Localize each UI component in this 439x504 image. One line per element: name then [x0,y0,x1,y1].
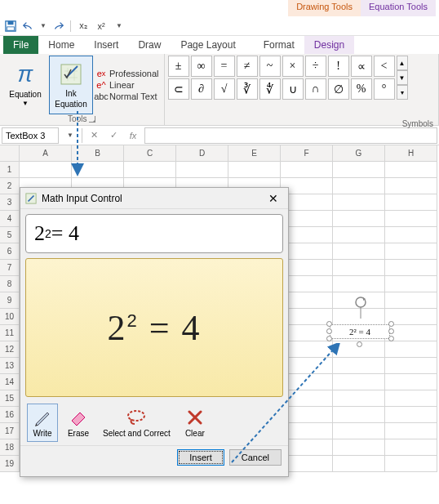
cell[interactable] [333,358,385,374]
resize-handle[interactable] [388,328,394,334]
resize-handle[interactable] [326,328,332,334]
row-header[interactable]: 18 [0,439,20,456]
cell[interactable] [385,341,437,358]
cell[interactable] [333,194,385,211]
symbol-![interactable]: ! [328,56,349,77]
context-tab-drawing[interactable]: Drawing Tools [288,0,361,16]
symbol-~[interactable]: ~ [259,56,281,77]
select-correct-tool[interactable]: Select and Correct [99,404,175,442]
row-header[interactable]: 13 [0,358,20,374]
row-header[interactable]: 1 [0,162,20,178]
symbol-⊂[interactable]: ⊂ [168,78,189,100]
symbol-±[interactable]: ± [168,56,189,77]
symbol-∜[interactable]: ∜ [259,78,281,100]
resize-handle[interactable] [326,336,332,341]
professional-button[interactable]: exProfessional [96,69,159,78]
insert-button[interactable]: Insert [177,449,224,466]
row-header[interactable]: 19 [0,456,20,472]
symbol-∅[interactable]: ∅ [328,78,349,100]
row-header[interactable]: 14 [0,374,20,390]
cancel-button[interactable]: Cancel [229,449,282,466]
row-header[interactable]: 3 [0,194,20,211]
cell[interactable] [20,162,72,178]
row-header[interactable]: 9 [0,292,20,309]
undo-dropdown-icon[interactable]: ▼ [39,19,47,33]
cell[interactable] [281,162,333,178]
close-icon[interactable]: ✕ [264,192,283,205]
normal-text-button[interactable]: abcNormal Text [96,91,159,101]
linear-button[interactable]: e^Linear [96,80,159,90]
select-all-corner[interactable] [0,145,20,162]
undo-icon[interactable] [21,19,36,33]
cell[interactable] [333,162,385,178]
symbol-°[interactable]: ° [374,78,395,100]
redo-icon[interactable] [51,19,65,33]
tab-home[interactable]: Home [38,36,84,54]
cell[interactable] [385,178,437,194]
column-header[interactable]: H [385,145,437,162]
cell[interactable] [333,243,385,260]
cell[interactable] [385,260,437,276]
symbol-÷[interactable]: ÷ [305,56,326,77]
cell[interactable] [385,194,437,211]
cell[interactable] [333,260,385,276]
superscript-button[interactable]: x² [94,19,109,33]
equation-dropdown-icon[interactable]: ▼ [22,100,29,108]
cell[interactable] [72,162,124,178]
cell[interactable] [176,162,228,178]
resize-handle[interactable] [326,321,332,327]
symbol-√[interactable]: √ [214,78,235,100]
formula-bar[interactable] [144,127,437,144]
resize-handle[interactable] [388,336,394,341]
row-header[interactable]: 8 [0,276,20,292]
tab-file[interactable]: File [3,36,38,54]
fx-icon[interactable]: fx [125,127,141,144]
cell[interactable] [385,407,437,423]
cell[interactable] [385,456,437,472]
symbol-%[interactable]: % [351,78,372,100]
symbol-×[interactable]: × [282,56,304,77]
name-box[interactable] [2,127,59,144]
row-header[interactable]: 16 [0,407,20,423]
cell[interactable] [333,439,385,456]
row-header[interactable]: 2 [0,178,20,194]
cell[interactable] [333,423,385,439]
write-tool[interactable]: Write [27,404,58,442]
row-header[interactable]: 6 [0,243,20,260]
cell[interactable] [385,162,437,178]
column-header[interactable]: C [124,145,176,162]
cell[interactable] [228,162,281,178]
erase-tool[interactable]: Erase [63,404,94,442]
ink-canvas[interactable]: 22 = 4 [25,258,283,397]
cell[interactable] [333,374,385,390]
column-header[interactable]: F [281,145,333,162]
symbol-∩[interactable]: ∩ [305,78,326,100]
cell[interactable] [385,227,437,243]
symbol-=[interactable]: = [214,56,235,77]
cell[interactable] [333,390,385,407]
row-header[interactable]: 12 [0,341,20,358]
column-header[interactable]: B [72,145,124,162]
tab-page-layout[interactable]: Page Layout [171,36,245,54]
row-header[interactable]: 15 [0,390,20,407]
cell[interactable] [385,423,437,439]
cell[interactable] [385,211,437,227]
tools-dialog-launcher-icon[interactable] [89,116,95,123]
symbol-scroll-up[interactable]: ▲ [397,56,408,70]
cancel-formula-icon[interactable]: ✕ [86,127,102,144]
cell[interactable] [333,456,385,472]
cell[interactable] [333,227,385,243]
cell[interactable] [385,292,437,309]
enter-formula-icon[interactable]: ✓ [105,127,122,144]
row-header[interactable]: 4 [0,211,20,227]
symbol-<[interactable]: < [374,56,395,77]
column-header[interactable]: D [176,145,228,162]
cell[interactable] [333,211,385,227]
cell[interactable] [385,276,437,292]
tab-insert[interactable]: Insert [84,36,128,54]
symbol-∂[interactable]: ∂ [191,78,212,100]
row-header[interactable]: 17 [0,423,20,439]
rotate-handle-icon[interactable] [351,294,370,319]
cell[interactable] [385,358,437,374]
symbol-expand[interactable]: ▾ [397,85,408,100]
